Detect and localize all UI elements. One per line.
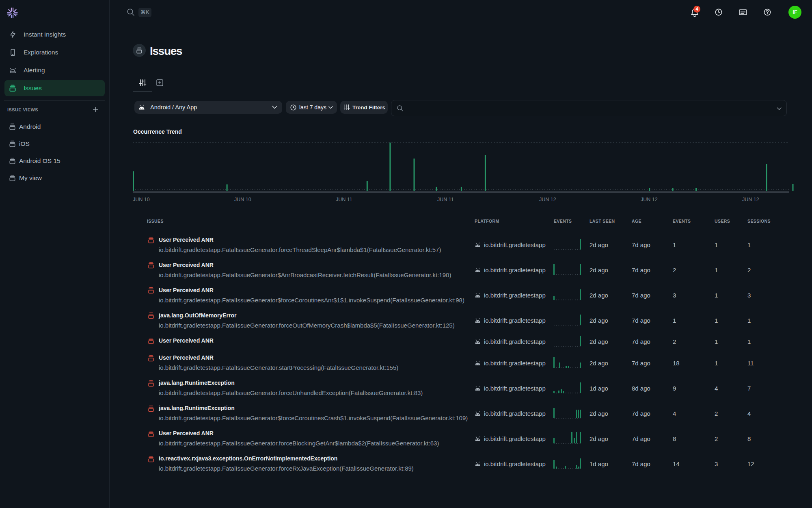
svg-text:JUN 10: JUN 10 — [234, 197, 251, 202]
svg-text:JUN 11: JUN 11 — [336, 197, 352, 202]
svg-text:JUN 12: JUN 12 — [742, 197, 759, 202]
svg-text:JUN 11: JUN 11 — [437, 197, 454, 202]
svg-text:JUN 12: JUN 12 — [641, 197, 658, 202]
svg-text:JUN 10: JUN 10 — [133, 197, 150, 202]
svg-text:JUN 12: JUN 12 — [539, 197, 556, 202]
